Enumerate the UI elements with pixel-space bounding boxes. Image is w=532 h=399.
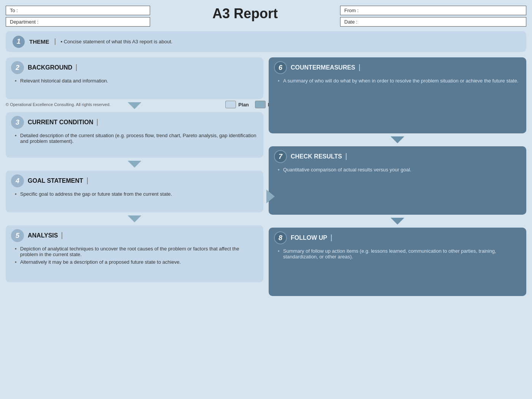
follow-up-bullets: Summary of follow up action items (e.g. … [274,248,521,260]
arrow-right-1 [269,136,526,143]
analysis-number: 5 [11,229,24,242]
to-field[interactable]: To : [6,6,150,15]
follow-up-header: 8 FOLLOW UP [274,231,521,244]
current-condition-bullet-1: Detailed description of the current situ… [15,133,258,144]
current-condition-title: CURRENT CONDITION [28,119,98,126]
arrow-1 [6,102,263,109]
arrow-right-2 [269,218,526,225]
current-condition-number: 3 [11,116,24,129]
theme-description: ▪ Concise statement of what this A3 repo… [61,39,173,44]
section-goal-statement: 4 GOAL STATEMENT Specific goal to addres… [6,171,263,212]
countermeasures-header: 6 COUNTERMEASURES [274,61,521,74]
section-current-condition: 3 CURRENT CONDITION Detailed description… [6,112,263,158]
countermeasures-bullets: A summary of who will do what by when in… [274,78,521,84]
analysis-bullet-2: Alternatively it may be a description of… [15,259,258,265]
cross-arrow [266,190,275,203]
main-grid: 2 BACKGROUND Relevant historical data an… [6,57,526,296]
theme-title: THEME [29,38,55,45]
date-field[interactable]: Date : [340,17,526,27]
section-follow-up: 8 FOLLOW UP Summary of follow up action … [269,228,526,296]
header: To : Department : A3 Report From : Date … [6,6,526,27]
theme-section: 1 THEME ▪ Concise statement of what this… [6,31,526,52]
check-results-title: CHECK RESULTS [291,153,347,160]
analysis-bullets: Depiction of analytical techniques to un… [11,246,258,265]
follow-up-title: FOLLOW UP [291,234,332,241]
background-bullets: Relevant historical data and information… [11,78,258,84]
header-right: From : Date : [340,6,526,27]
section-analysis: 5 ANALYSIS Depiction of analytical techn… [6,225,263,282]
check-results-bullets: Quantitative comparison of actual result… [274,167,521,173]
from-field[interactable]: From : [340,6,526,15]
theme-number: 1 [13,36,25,48]
section-check-results: 7 CHECK RESULTS Quantitative comparison … [269,146,526,215]
arrow-shape-right-1 [391,136,404,143]
right-column: 6 COUNTERMEASURES A summary of who will … [269,57,526,296]
goal-statement-bullet-1: Specific goal to address the gap or futu… [15,191,258,197]
countermeasures-number: 6 [274,61,287,74]
check-results-bullet-1: Quantitative comparison of actual result… [278,167,521,173]
analysis-bullet-1: Depiction of analytical techniques to un… [15,246,258,257]
section-background: 2 BACKGROUND Relevant historical data an… [6,57,263,99]
goal-statement-title: GOAL STATEMENT [28,177,88,184]
countermeasures-bullet-1: A summary of who will do what by when in… [278,78,521,84]
goal-statement-number: 4 [11,174,24,187]
current-condition-bullets: Detailed description of the current situ… [11,133,258,144]
arrow-shape-1 [128,102,141,109]
background-number: 2 [11,61,24,74]
header-left: To : Department : [6,6,150,27]
follow-up-number: 8 [274,231,287,244]
analysis-header: 5 ANALYSIS [11,229,258,242]
analysis-title: ANALYSIS [28,232,62,239]
department-field[interactable]: Department : [6,17,150,27]
section-countermeasures: 6 COUNTERMEASURES A summary of who will … [269,57,526,133]
current-condition-header: 3 CURRENT CONDITION [11,116,258,129]
goal-statement-bullets: Specific goal to address the gap or futu… [11,191,258,197]
department-label: Department : [10,19,38,25]
arrow-shape-2 [128,161,141,168]
page-title: A3 Report [150,6,340,22]
background-title: BACKGROUND [28,64,77,71]
left-column: 2 BACKGROUND Relevant historical data an… [6,57,263,296]
check-results-number: 7 [274,150,287,163]
to-label: To : [10,8,18,13]
background-header: 2 BACKGROUND [11,61,258,74]
check-results-header: 7 CHECK RESULTS [274,150,521,163]
arrow-shape-3 [128,215,141,222]
from-label: From : [344,8,359,13]
date-label: Date : [344,19,358,25]
goal-statement-header: 4 GOAL STATEMENT [11,174,258,187]
follow-up-bullet-1: Summary of follow up action items (e.g. … [278,248,521,260]
countermeasures-title: COUNTERMEASURES [291,64,360,71]
arrow-3 [6,215,263,222]
arrow-shape-right-2 [391,218,404,225]
header-center: A3 Report [150,6,340,22]
arrow-2 [6,161,263,168]
background-bullet-1: Relevant historical data and information… [15,78,258,84]
